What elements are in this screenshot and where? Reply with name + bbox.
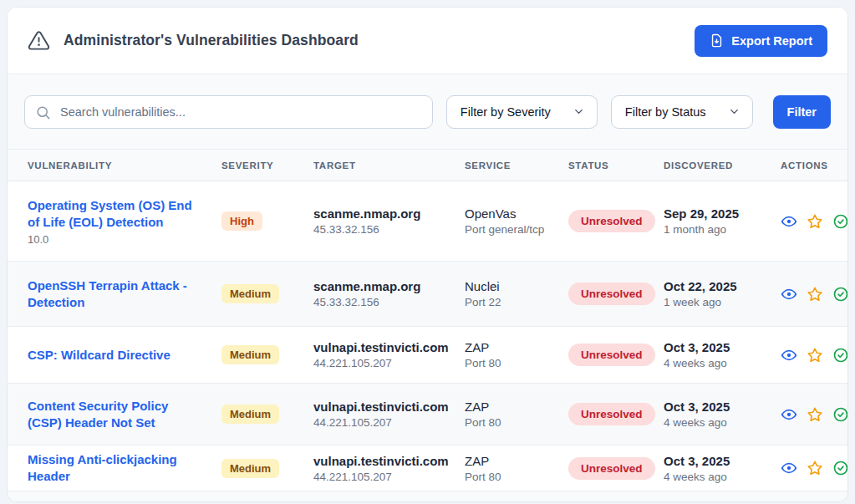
discovered-cell: Oct 3, 2025 4 weeks ago [657, 340, 774, 369]
vulnerability-score: 10.0 [28, 233, 215, 246]
favorite-button[interactable] [807, 406, 823, 423]
star-icon [807, 460, 823, 476]
table-header-row: VulnerabilitySeverityTargetServiceStatus… [8, 150, 847, 181]
eye-icon [781, 406, 797, 423]
vulnerability-link[interactable]: OpenSSH Terrapin Attack - Detection [28, 277, 215, 311]
service-cell: ZAP Port 80 [458, 400, 562, 429]
status-cell: Unresolved [562, 283, 657, 305]
severity-filter-label: Filter by Severity [461, 105, 551, 119]
status-badge: Unresolved [568, 344, 655, 366]
filter-button[interactable]: Filter [773, 95, 831, 129]
status-badge: Unresolved [568, 457, 655, 480]
vulnerability-link[interactable]: Content Security Policy (CSP) Header Not… [28, 398, 215, 431]
target-ip: 44.221.105.207 [313, 357, 458, 369]
service-cell: ZAP Port 80 [458, 454, 562, 483]
target-host: scanme.nmap.org [313, 206, 458, 221]
resolve-button[interactable] [832, 286, 848, 303]
page-title: Administrator's Vulnerabilities Dashboar… [64, 32, 359, 49]
target-ip: 44.221.105.207 [313, 471, 458, 483]
resolve-button[interactable] [832, 460, 848, 476]
severity-badge: Medium [221, 345, 279, 364]
severity-cell: Medium [215, 459, 307, 478]
column-header-discovered: Discovered [657, 160, 774, 171]
discovered-date: Oct 3, 2025 [664, 400, 774, 414]
eye-icon [781, 347, 797, 364]
eye-icon [781, 213, 797, 230]
service-name: ZAP [465, 454, 562, 468]
discovered-ago: 1 week ago [664, 296, 774, 308]
filter-bar: Filter by Severity Filter by Status Filt… [8, 74, 847, 150]
view-button[interactable] [781, 347, 797, 364]
favorite-button[interactable] [807, 213, 823, 230]
severity-cell: Medium [215, 284, 307, 303]
discovered-date: Sep 29, 2025 [664, 206, 774, 221]
actions-cell [774, 286, 848, 303]
vulnerability-cell: Operating System (OS) End of Life (EOL) … [21, 197, 215, 246]
actions-cell [774, 406, 848, 423]
target-ip: 45.33.32.156 [313, 296, 458, 308]
discovered-cell: Oct 22, 2025 1 week ago [657, 279, 774, 308]
service-port: Port general/tcp [465, 223, 562, 236]
target-ip: 44.221.105.207 [313, 416, 458, 429]
favorite-button[interactable] [807, 286, 823, 303]
target-cell: vulnapi.testinvicti.com 44.221.105.207 [307, 340, 458, 369]
discovered-ago: 4 weeks ago [664, 357, 774, 369]
check-circle-icon [832, 347, 848, 364]
star-icon [807, 347, 823, 364]
star-icon [807, 286, 823, 303]
vulnerability-link[interactable]: Operating System (OS) End of Life (EOL) … [28, 197, 215, 231]
check-circle-icon [832, 286, 848, 303]
table-row: CSP: Wildcard Directive Medium vulnapi.t… [8, 327, 847, 384]
chevron-down-icon [573, 105, 585, 118]
resolve-button[interactable] [832, 406, 848, 423]
severity-badge: High [221, 211, 262, 231]
severity-badge: Medium [221, 459, 279, 478]
vulnerability-link[interactable]: CSP: Wildcard Directive [28, 347, 215, 364]
target-cell: vulnapi.testinvicti.com 44.221.105.207 [307, 454, 458, 483]
column-header-severity: Severity [215, 160, 307, 171]
eye-icon [781, 460, 797, 476]
vulnerability-cell: Missing Anti-clickjacking Header [21, 451, 215, 485]
service-cell: Nuclei Port 22 [458, 279, 562, 308]
eye-icon [781, 286, 797, 303]
severity-cell: High [215, 211, 307, 231]
column-header-service: Service [458, 160, 562, 171]
vulnerability-link[interactable]: Missing Anti-clickjacking Header [28, 451, 215, 485]
favorite-button[interactable] [807, 347, 823, 364]
export-report-label: Export Report [731, 34, 812, 48]
column-header-actions: Actions [774, 160, 834, 171]
column-header-target: Target [307, 160, 458, 171]
search-wrap [24, 95, 433, 129]
view-button[interactable] [781, 460, 797, 476]
status-cell: Unresolved [562, 344, 657, 366]
favorite-button[interactable] [807, 460, 823, 476]
view-button[interactable] [781, 213, 797, 230]
export-report-button[interactable]: Export Report [695, 25, 827, 57]
table-body: Operating System (OS) End of Life (EOL) … [8, 181, 847, 491]
view-button[interactable] [781, 406, 797, 423]
target-cell: vulnapi.testinvicti.com 44.221.105.207 [307, 400, 458, 429]
severity-filter-dropdown[interactable]: Filter by Severity [446, 95, 598, 129]
table-footer-strip [8, 491, 847, 502]
actions-cell [774, 213, 848, 230]
status-badge: Unresolved [568, 283, 655, 305]
file-download-icon [710, 33, 724, 48]
discovered-ago: 4 weeks ago [664, 471, 774, 483]
target-host: vulnapi.testinvicti.com [313, 400, 458, 414]
resolve-button[interactable] [832, 347, 848, 364]
warning-triangle-icon [28, 29, 50, 52]
search-input[interactable] [24, 95, 433, 129]
target-ip: 45.33.32.156 [313, 223, 458, 236]
table-row: OpenSSH Terrapin Attack - Detection Medi… [8, 262, 847, 327]
discovered-ago: 4 weeks ago [664, 416, 774, 429]
target-host: vulnapi.testinvicti.com [313, 340, 458, 354]
status-badge: Unresolved [568, 210, 655, 232]
discovered-date: Oct 3, 2025 [664, 454, 774, 468]
chevron-down-icon [728, 105, 740, 118]
view-button[interactable] [781, 286, 797, 303]
discovered-cell: Sep 29, 2025 1 month ago [657, 206, 774, 236]
status-filter-dropdown[interactable]: Filter by Status [611, 95, 753, 129]
dashboard-card: Administrator's Vulnerabilities Dashboar… [7, 7, 848, 502]
resolve-button[interactable] [832, 213, 848, 230]
target-cell: scanme.nmap.org 45.33.32.156 [307, 279, 458, 308]
